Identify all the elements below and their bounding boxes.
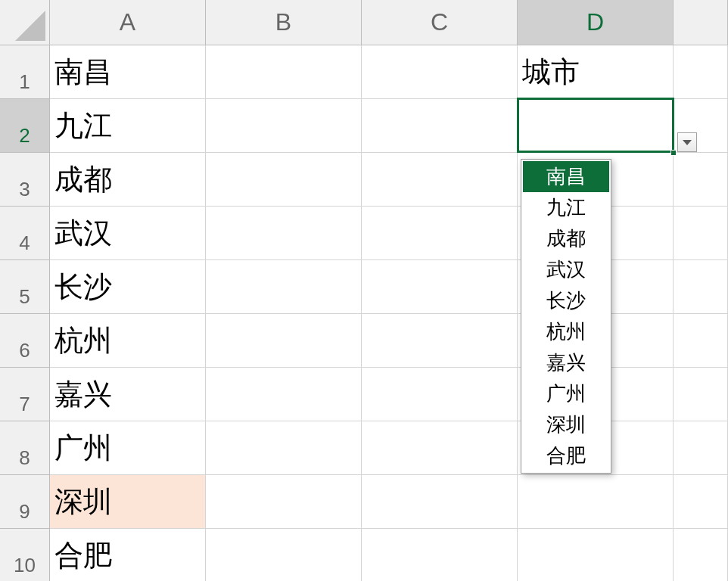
row-header-1[interactable]: 1: [0, 45, 50, 99]
cell-a7[interactable]: 嘉兴: [50, 368, 206, 421]
col-header-extra[interactable]: [674, 0, 728, 45]
cell-e8[interactable]: [674, 421, 728, 475]
cell-e3[interactable]: [674, 153, 728, 207]
cell-b4[interactable]: [206, 207, 362, 260]
row-header-6[interactable]: 6: [0, 314, 50, 368]
row-header-7[interactable]: 7: [0, 368, 50, 421]
chevron-down-icon: [683, 140, 692, 145]
dropdown-item-0[interactable]: 南昌: [523, 161, 609, 192]
cell-d9[interactable]: [518, 475, 674, 529]
col-header-c[interactable]: C: [362, 0, 518, 45]
cell-c5[interactable]: [362, 260, 518, 314]
cell-e1[interactable]: [674, 45, 728, 99]
cell-e5[interactable]: [674, 260, 728, 314]
col-header-b[interactable]: B: [206, 0, 362, 45]
cell-c7[interactable]: [362, 368, 518, 421]
cell-c6[interactable]: [362, 314, 518, 368]
row-header-8[interactable]: 8: [0, 421, 50, 475]
dropdown-item-3[interactable]: 武汉: [523, 254, 609, 285]
cell-e4[interactable]: [674, 207, 728, 260]
cell-b3[interactable]: [206, 153, 362, 207]
cell-c1[interactable]: [362, 45, 518, 99]
column-headers: A B C D: [50, 0, 728, 45]
cell-b9[interactable]: [206, 475, 362, 529]
cell-b2[interactable]: [206, 99, 362, 153]
cell-b7[interactable]: [206, 368, 362, 421]
dropdown-list: 南昌 九江 成都 武汉 长沙 杭州 嘉兴 广州 深圳 合肥: [521, 159, 611, 474]
cell-d10[interactable]: [518, 529, 674, 581]
cell-a10[interactable]: 合肥: [50, 529, 206, 581]
cell-e10[interactable]: [674, 529, 728, 581]
cell-a1[interactable]: 南昌: [50, 45, 206, 99]
select-all-corner[interactable]: [0, 0, 50, 45]
row-header-2[interactable]: 2: [0, 99, 50, 153]
cell-b1[interactable]: [206, 45, 362, 99]
dropdown-item-1[interactable]: 九江: [523, 192, 609, 223]
cell-a3[interactable]: 成都: [50, 153, 206, 207]
cell-e7[interactable]: [674, 368, 728, 421]
dropdown-item-7[interactable]: 广州: [523, 378, 609, 409]
cell-c10[interactable]: [362, 529, 518, 581]
cell-a5[interactable]: 长沙: [50, 260, 206, 314]
row-header-3[interactable]: 3: [0, 153, 50, 207]
dropdown-item-4[interactable]: 长沙: [523, 285, 609, 316]
row-header-10[interactable]: 10: [0, 529, 50, 581]
cell-c4[interactable]: [362, 207, 518, 260]
cell-e9[interactable]: [674, 475, 728, 529]
selection-fill-handle[interactable]: [670, 150, 677, 156]
cell-b6[interactable]: [206, 314, 362, 368]
cell-a8[interactable]: 广州: [50, 421, 206, 475]
cell-d1[interactable]: 城市: [518, 45, 674, 99]
cell-d2[interactable]: [518, 99, 674, 153]
cell-b10[interactable]: [206, 529, 362, 581]
dropdown-item-9[interactable]: 合肥: [523, 440, 609, 471]
cell-b8[interactable]: [206, 421, 362, 475]
cell-c9[interactable]: [362, 475, 518, 529]
cell-c8[interactable]: [362, 421, 518, 475]
cell-a2[interactable]: 九江: [50, 99, 206, 153]
row-headers: 1 2 3 4 5 6 7 8 9 10: [0, 45, 50, 581]
dropdown-item-2[interactable]: 成都: [523, 223, 609, 254]
cell-c2[interactable]: [362, 99, 518, 153]
cell-a9[interactable]: 深圳: [50, 475, 206, 529]
row-header-4[interactable]: 4: [0, 207, 50, 260]
col-header-a[interactable]: A: [50, 0, 206, 45]
cell-a6[interactable]: 杭州: [50, 314, 206, 368]
cell-a4[interactable]: 武汉: [50, 207, 206, 260]
col-header-d[interactable]: D: [518, 0, 674, 45]
grid-cells: 南昌 城市 九江 成都 武汉 长沙: [50, 45, 728, 581]
cell-c3[interactable]: [362, 153, 518, 207]
corner-triangle-icon: [15, 11, 45, 41]
row-header-9[interactable]: 9: [0, 475, 50, 529]
dropdown-item-6[interactable]: 嘉兴: [523, 347, 609, 378]
data-validation-dropdown-button[interactable]: [677, 132, 697, 152]
cell-e6[interactable]: [674, 314, 728, 368]
dropdown-item-5[interactable]: 杭州: [523, 316, 609, 347]
spreadsheet: A B C D 1 2 3 4 5 6 7 8 9 10 南昌 城市 九江: [0, 0, 728, 581]
row-header-5[interactable]: 5: [0, 260, 50, 314]
dropdown-item-8[interactable]: 深圳: [523, 409, 609, 440]
cell-b5[interactable]: [206, 260, 362, 314]
